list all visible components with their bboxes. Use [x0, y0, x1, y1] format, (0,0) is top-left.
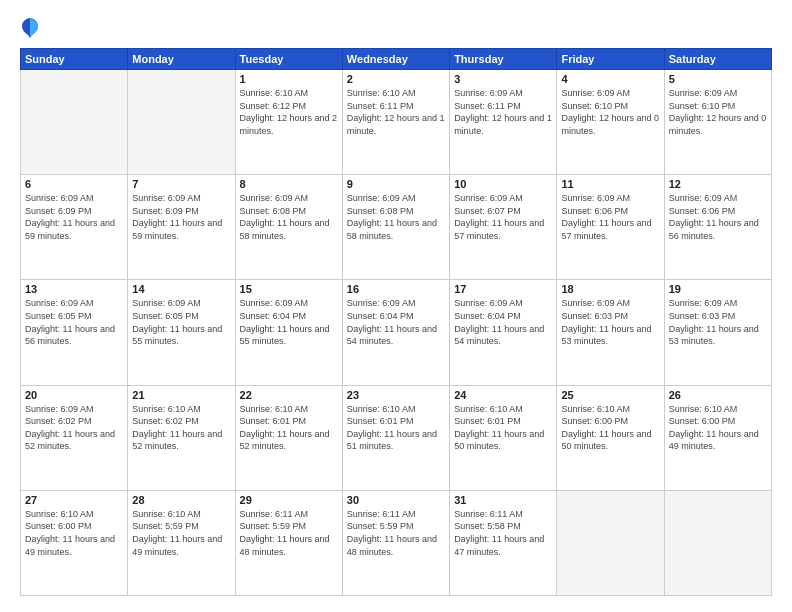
calendar-day: 21Sunrise: 6:10 AMSunset: 6:02 PMDayligh…: [128, 385, 235, 490]
calendar-day: [21, 70, 128, 175]
day-info: Sunrise: 6:11 AMSunset: 5:59 PMDaylight:…: [240, 508, 338, 558]
calendar-header-friday: Friday: [557, 49, 664, 70]
day-info: Sunrise: 6:09 AMSunset: 6:08 PMDaylight:…: [347, 192, 445, 242]
day-number: 10: [454, 178, 552, 190]
calendar-week-4: 20Sunrise: 6:09 AMSunset: 6:02 PMDayligh…: [21, 385, 772, 490]
day-info: Sunrise: 6:10 AMSunset: 6:11 PMDaylight:…: [347, 87, 445, 137]
calendar-day: 6Sunrise: 6:09 AMSunset: 6:09 PMDaylight…: [21, 175, 128, 280]
day-number: 29: [240, 494, 338, 506]
day-number: 16: [347, 283, 445, 295]
day-info: Sunrise: 6:09 AMSunset: 6:11 PMDaylight:…: [454, 87, 552, 137]
day-number: 5: [669, 73, 767, 85]
calendar-day: 19Sunrise: 6:09 AMSunset: 6:03 PMDayligh…: [664, 280, 771, 385]
calendar-day: 17Sunrise: 6:09 AMSunset: 6:04 PMDayligh…: [450, 280, 557, 385]
calendar-day: 31Sunrise: 6:11 AMSunset: 5:58 PMDayligh…: [450, 490, 557, 595]
calendar-day: 18Sunrise: 6:09 AMSunset: 6:03 PMDayligh…: [557, 280, 664, 385]
day-number: 4: [561, 73, 659, 85]
calendar-day: 14Sunrise: 6:09 AMSunset: 6:05 PMDayligh…: [128, 280, 235, 385]
day-number: 20: [25, 389, 123, 401]
day-number: 19: [669, 283, 767, 295]
day-info: Sunrise: 6:11 AMSunset: 5:58 PMDaylight:…: [454, 508, 552, 558]
day-info: Sunrise: 6:09 AMSunset: 6:09 PMDaylight:…: [132, 192, 230, 242]
day-info: Sunrise: 6:10 AMSunset: 6:01 PMDaylight:…: [347, 403, 445, 453]
day-info: Sunrise: 6:10 AMSunset: 6:01 PMDaylight:…: [240, 403, 338, 453]
day-info: Sunrise: 6:10 AMSunset: 6:00 PMDaylight:…: [669, 403, 767, 453]
calendar-day: 27Sunrise: 6:10 AMSunset: 6:00 PMDayligh…: [21, 490, 128, 595]
calendar-day: 24Sunrise: 6:10 AMSunset: 6:01 PMDayligh…: [450, 385, 557, 490]
calendar-day: 9Sunrise: 6:09 AMSunset: 6:08 PMDaylight…: [342, 175, 449, 280]
calendar-header-thursday: Thursday: [450, 49, 557, 70]
day-number: 11: [561, 178, 659, 190]
calendar-day: [557, 490, 664, 595]
day-info: Sunrise: 6:10 AMSunset: 6:00 PMDaylight:…: [25, 508, 123, 558]
day-number: 24: [454, 389, 552, 401]
calendar-header-saturday: Saturday: [664, 49, 771, 70]
day-number: 22: [240, 389, 338, 401]
calendar-day: 28Sunrise: 6:10 AMSunset: 5:59 PMDayligh…: [128, 490, 235, 595]
calendar-day: 1Sunrise: 6:10 AMSunset: 6:12 PMDaylight…: [235, 70, 342, 175]
day-number: 3: [454, 73, 552, 85]
day-info: Sunrise: 6:10 AMSunset: 5:59 PMDaylight:…: [132, 508, 230, 558]
calendar-day: 12Sunrise: 6:09 AMSunset: 6:06 PMDayligh…: [664, 175, 771, 280]
calendar-day: 23Sunrise: 6:10 AMSunset: 6:01 PMDayligh…: [342, 385, 449, 490]
day-number: 15: [240, 283, 338, 295]
calendar-table: SundayMondayTuesdayWednesdayThursdayFrid…: [20, 48, 772, 596]
calendar-day: 13Sunrise: 6:09 AMSunset: 6:05 PMDayligh…: [21, 280, 128, 385]
day-number: 28: [132, 494, 230, 506]
day-number: 2: [347, 73, 445, 85]
calendar-day: 10Sunrise: 6:09 AMSunset: 6:07 PMDayligh…: [450, 175, 557, 280]
day-number: 1: [240, 73, 338, 85]
calendar-header-wednesday: Wednesday: [342, 49, 449, 70]
day-number: 12: [669, 178, 767, 190]
calendar-header-monday: Monday: [128, 49, 235, 70]
calendar-day: 30Sunrise: 6:11 AMSunset: 5:59 PMDayligh…: [342, 490, 449, 595]
calendar-day: 8Sunrise: 6:09 AMSunset: 6:08 PMDaylight…: [235, 175, 342, 280]
calendar-week-2: 6Sunrise: 6:09 AMSunset: 6:09 PMDaylight…: [21, 175, 772, 280]
calendar-header-sunday: Sunday: [21, 49, 128, 70]
calendar-day: 5Sunrise: 6:09 AMSunset: 6:10 PMDaylight…: [664, 70, 771, 175]
day-info: Sunrise: 6:09 AMSunset: 6:03 PMDaylight:…: [561, 297, 659, 347]
day-info: Sunrise: 6:09 AMSunset: 6:10 PMDaylight:…: [561, 87, 659, 137]
day-info: Sunrise: 6:10 AMSunset: 6:12 PMDaylight:…: [240, 87, 338, 137]
calendar-day: 26Sunrise: 6:10 AMSunset: 6:00 PMDayligh…: [664, 385, 771, 490]
calendar-day: 15Sunrise: 6:09 AMSunset: 6:04 PMDayligh…: [235, 280, 342, 385]
day-number: 7: [132, 178, 230, 190]
day-number: 9: [347, 178, 445, 190]
day-number: 18: [561, 283, 659, 295]
day-number: 27: [25, 494, 123, 506]
day-number: 8: [240, 178, 338, 190]
calendar-day: 11Sunrise: 6:09 AMSunset: 6:06 PMDayligh…: [557, 175, 664, 280]
day-info: Sunrise: 6:09 AMSunset: 6:04 PMDaylight:…: [347, 297, 445, 347]
logo-icon: [20, 16, 40, 40]
day-number: 14: [132, 283, 230, 295]
day-info: Sunrise: 6:10 AMSunset: 6:02 PMDaylight:…: [132, 403, 230, 453]
day-info: Sunrise: 6:09 AMSunset: 6:07 PMDaylight:…: [454, 192, 552, 242]
day-info: Sunrise: 6:09 AMSunset: 6:04 PMDaylight:…: [454, 297, 552, 347]
calendar-day: 29Sunrise: 6:11 AMSunset: 5:59 PMDayligh…: [235, 490, 342, 595]
calendar-day: 4Sunrise: 6:09 AMSunset: 6:10 PMDaylight…: [557, 70, 664, 175]
day-number: 25: [561, 389, 659, 401]
page: SundayMondayTuesdayWednesdayThursdayFrid…: [0, 0, 792, 612]
calendar-day: [128, 70, 235, 175]
day-number: 17: [454, 283, 552, 295]
day-info: Sunrise: 6:09 AMSunset: 6:10 PMDaylight:…: [669, 87, 767, 137]
logo: [20, 16, 44, 40]
day-info: Sunrise: 6:11 AMSunset: 5:59 PMDaylight:…: [347, 508, 445, 558]
day-info: Sunrise: 6:09 AMSunset: 6:02 PMDaylight:…: [25, 403, 123, 453]
calendar-week-5: 27Sunrise: 6:10 AMSunset: 6:00 PMDayligh…: [21, 490, 772, 595]
day-info: Sunrise: 6:09 AMSunset: 6:05 PMDaylight:…: [25, 297, 123, 347]
day-number: 30: [347, 494, 445, 506]
calendar-day: 2Sunrise: 6:10 AMSunset: 6:11 PMDaylight…: [342, 70, 449, 175]
day-info: Sunrise: 6:09 AMSunset: 6:05 PMDaylight:…: [132, 297, 230, 347]
day-number: 21: [132, 389, 230, 401]
calendar-header-tuesday: Tuesday: [235, 49, 342, 70]
day-info: Sunrise: 6:09 AMSunset: 6:06 PMDaylight:…: [669, 192, 767, 242]
header: [20, 16, 772, 40]
day-info: Sunrise: 6:10 AMSunset: 6:00 PMDaylight:…: [561, 403, 659, 453]
day-number: 31: [454, 494, 552, 506]
day-info: Sunrise: 6:09 AMSunset: 6:08 PMDaylight:…: [240, 192, 338, 242]
day-number: 23: [347, 389, 445, 401]
day-info: Sunrise: 6:09 AMSunset: 6:09 PMDaylight:…: [25, 192, 123, 242]
day-info: Sunrise: 6:09 AMSunset: 6:03 PMDaylight:…: [669, 297, 767, 347]
calendar-day: [664, 490, 771, 595]
